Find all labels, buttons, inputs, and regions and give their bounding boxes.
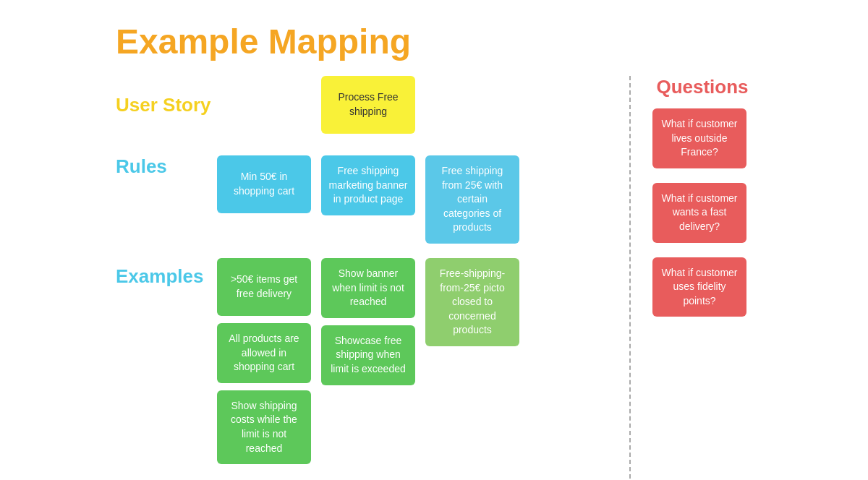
example-card-2-1: Show banner when limit is not reached (321, 258, 415, 318)
example-card-2-2: Showcase free shipping when limit is exc… (321, 325, 415, 385)
examples-col-3: Free-shipping-from-25€ picto closed to c… (425, 258, 519, 346)
user-story-card: Process Free shipping (321, 76, 415, 134)
examples-row: Examples >50€ items get free delivery Al… (116, 258, 608, 464)
rules-card-2: Free shipping marketing banner in produc… (321, 155, 415, 215)
rules-label: Rules (116, 148, 167, 177)
questions-section: Questions What if customer lives outside… (652, 76, 752, 479)
user-story-row: User Story Process Free shipping (116, 76, 608, 134)
page-title: Example Mapping (0, 0, 868, 76)
section-divider (629, 76, 631, 479)
example-card-1-3: Show shipping costs while the limit is n… (217, 390, 311, 464)
rules-row: Rules Min 50€ in shopping cart Free ship… (116, 155, 608, 244)
rules-card-1: Min 50€ in shopping cart (217, 155, 311, 213)
question-card-3: What if customer uses fidelity points? (652, 257, 746, 317)
questions-label: Questions (652, 76, 752, 98)
user-story-label: User Story (116, 87, 211, 116)
question-card-2: What if customer wants a fast delivery? (652, 183, 746, 243)
questions-list: What if customer lives outside France? W… (652, 108, 752, 324)
example-card-3-1: Free-shipping-from-25€ picto closed to c… (425, 258, 519, 346)
question-card-1: What if customer lives outside France? (652, 108, 746, 168)
example-card-1-2: All products are allowed in shopping car… (217, 323, 311, 383)
examples-col-2: Show banner when limit is not reached Sh… (321, 258, 415, 385)
rules-card-3: Free shipping from 25€ with certain cate… (425, 155, 519, 244)
examples-label: Examples (116, 258, 203, 287)
example-card-1-1: >50€ items get free delivery (217, 258, 311, 316)
examples-col-1: >50€ items get free delivery All product… (217, 258, 311, 464)
